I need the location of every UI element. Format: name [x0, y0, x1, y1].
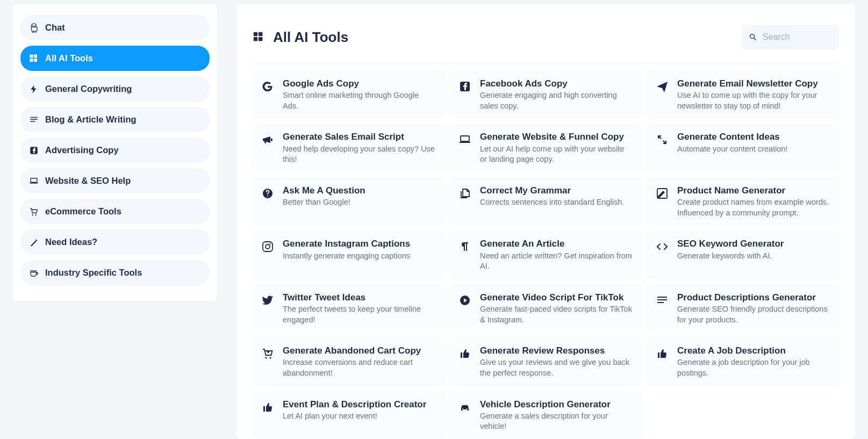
thumb-icon [656, 347, 669, 360]
tool-desc: Automate your content creation! [677, 144, 830, 155]
sidebar-item-label: Blog & Article Writing [45, 114, 137, 125]
tool-desc: Generate SEO friendly product descriptio… [677, 304, 830, 325]
tool-title: Generate Instagram Captions [283, 238, 436, 249]
expand-icon [656, 133, 669, 146]
tool-sales-email-script[interactable]: Generate Sales Email Script Need help de… [253, 124, 444, 171]
tool-desc: Generate a sales description for your ve… [480, 411, 633, 432]
tool-desc: Need help developing your sales copy? Us… [283, 144, 436, 165]
tool-desc: Need an article written? Get inspiration… [480, 251, 633, 272]
tool-job-description[interactable]: Create A Job Description Generate a job … [647, 337, 839, 385]
sidebar-item-label: Website & SEO Help [45, 176, 131, 186]
tool-website-funnel-copy[interactable]: Generate Website & Funnel Copy Let our A… [450, 124, 642, 171]
tool-generate-article[interactable]: Generate An Article Need an article writ… [450, 231, 642, 278]
tool-title: Ask Me A Question [283, 185, 436, 196]
code-icon [656, 240, 669, 253]
grid-icon [253, 31, 264, 43]
android-icon [29, 23, 39, 33]
tool-title: Generate Review Responses [480, 345, 633, 356]
search-wrap [742, 25, 839, 49]
tool-vehicle-description[interactable]: Vehicle Description Generator Generate a… [450, 391, 642, 439]
grid-icon [29, 54, 39, 63]
wand-icon [29, 238, 39, 247]
car-icon [458, 401, 471, 414]
tool-desc: Generate keywords with AI. [677, 251, 830, 262]
sidebar-item-general-copywriting[interactable]: General Copywriting [20, 76, 210, 102]
sidebar-item-blog-article[interactable]: Blog & Article Writing [20, 107, 210, 132]
tool-title: Correct My Grammar [480, 185, 633, 196]
tool-google-ads-copy[interactable]: Google Ads Copy Smart online marketing t… [253, 70, 444, 118]
tool-desc: Create product names from example words.… [677, 197, 830, 218]
tool-title: Generate Email Newsletter Copy [677, 78, 830, 89]
edit-icon [656, 187, 669, 200]
sidebar-item-label: Chat [45, 23, 65, 33]
search-icon [749, 33, 757, 41]
bullhorn-icon [261, 133, 274, 146]
tool-abandoned-cart-copy[interactable]: Generate Abandoned Cart Copy Increase co… [253, 337, 444, 385]
google-icon [261, 80, 274, 93]
sidebar-item-all-ai-tools[interactable]: All AI Tools [20, 46, 210, 71]
sidebar-item-advertising-copy[interactable]: Advertising Copy [20, 138, 210, 163]
sidebar: Chat All AI Tools General Copywriting Bl… [13, 4, 217, 301]
tool-desc: Use AI to come up with the copy for your… [677, 90, 830, 111]
tool-content-ideas[interactable]: Generate Content Ideas Automate your con… [647, 124, 839, 171]
tool-desc: Generate a job description for your job … [677, 357, 830, 378]
tool-review-responses[interactable]: Generate Review Responses Give us your r… [450, 337, 642, 385]
tool-title: Generate An Article [480, 238, 633, 249]
cart-plus-icon [261, 347, 274, 360]
sidebar-item-need-ideas[interactable]: Need Ideas? [20, 229, 210, 255]
sidebar-item-label: All AI Tools [45, 53, 93, 63]
tool-title: Generate Sales Email Script [283, 131, 436, 142]
lines-icon [656, 294, 669, 307]
tool-video-script-tiktok[interactable]: Generate Video Script For TikTok Generat… [450, 284, 642, 332]
coffee-icon [29, 268, 39, 278]
tool-product-name-generator[interactable]: Product Name Generator Create product na… [647, 177, 839, 225]
tool-email-newsletter-copy[interactable]: Generate Email Newsletter Copy Use AI to… [647, 70, 839, 118]
tool-title: Generate Website & Funnel Copy [480, 131, 633, 142]
tool-ask-question[interactable]: Ask Me A Question Better than Google! [253, 177, 444, 225]
sidebar-item-ecommerce[interactable]: eCommerce Tools [20, 199, 210, 224]
lines-icon [29, 115, 39, 125]
tool-instagram-captions[interactable]: Generate Instagram Captions Instantly ge… [253, 231, 444, 278]
page-title-wrap: All AI Tools [253, 29, 348, 46]
tool-seo-keyword-generator[interactable]: SEO Keyword Generator Generate keywords … [647, 231, 839, 278]
tool-title: Event Plan & Description Creator [283, 399, 436, 410]
thumb-icon [458, 347, 471, 360]
tool-title: Vehicle Description Generator [480, 399, 633, 410]
laptop-icon [458, 133, 471, 146]
tool-desc: The perfect tweets to keep your timeline… [283, 304, 436, 325]
sidebar-item-label: Advertising Copy [45, 145, 119, 155]
sidebar-item-label: Industry Specific Tools [45, 268, 142, 278]
tool-title: Create A Job Description [677, 345, 830, 356]
tool-event-plan-description[interactable]: Event Plan & Description Creator Let AI … [253, 391, 444, 439]
tool-product-descriptions-generator[interactable]: Product Descriptions Generator Generate … [647, 284, 839, 332]
tool-desc: Let AI plan your next event! [283, 411, 436, 422]
tool-correct-grammar[interactable]: Correct My Grammar Corrects sentences in… [450, 177, 642, 225]
sidebar-item-industry-specific[interactable]: Industry Specific Tools [20, 260, 210, 285]
paragraph-icon [458, 240, 471, 253]
instagram-icon [261, 240, 274, 253]
facebook-icon [29, 146, 39, 155]
tool-desc: Generate fast-paced video scripts for Ti… [480, 304, 633, 325]
sidebar-item-chat[interactable]: Chat [20, 15, 210, 40]
bolt-icon [29, 84, 39, 94]
main-panel: All AI Tools Google Ads Copy Smart onlin… [236, 4, 855, 439]
laptop-icon [29, 176, 39, 186]
send-icon [656, 80, 669, 93]
tool-facebook-ads-copy[interactable]: Facebook Ads Copy Generate engaging and … [450, 70, 642, 118]
question-icon [261, 187, 274, 200]
tool-desc: Better than Google! [283, 197, 436, 208]
thumb-icon [261, 401, 274, 414]
tool-twitter-tweet-ideas[interactable]: Twitter Tweet Ideas The perfect tweets t… [253, 284, 444, 332]
tool-desc: Generate engaging and high converting sa… [480, 90, 633, 111]
tool-desc: Let our AI help come up with your websit… [480, 144, 633, 165]
sidebar-item-label: eCommerce Tools [45, 206, 121, 217]
sidebar-item-label: General Copywriting [45, 84, 132, 94]
tool-grid: Google Ads Copy Smart online marketing t… [253, 63, 839, 439]
tool-desc: Corrects sentences into standard English… [480, 197, 633, 208]
sidebar-item-website-seo[interactable]: Website & SEO Help [20, 168, 210, 193]
tool-desc: Increase conversions and reduce cart aba… [283, 357, 436, 378]
cart-icon [29, 207, 39, 217]
tool-title: Twitter Tweet Ideas [283, 292, 436, 303]
main-header: All AI Tools [253, 25, 839, 63]
tool-desc: Give us your reviews and we give you bac… [480, 357, 633, 378]
